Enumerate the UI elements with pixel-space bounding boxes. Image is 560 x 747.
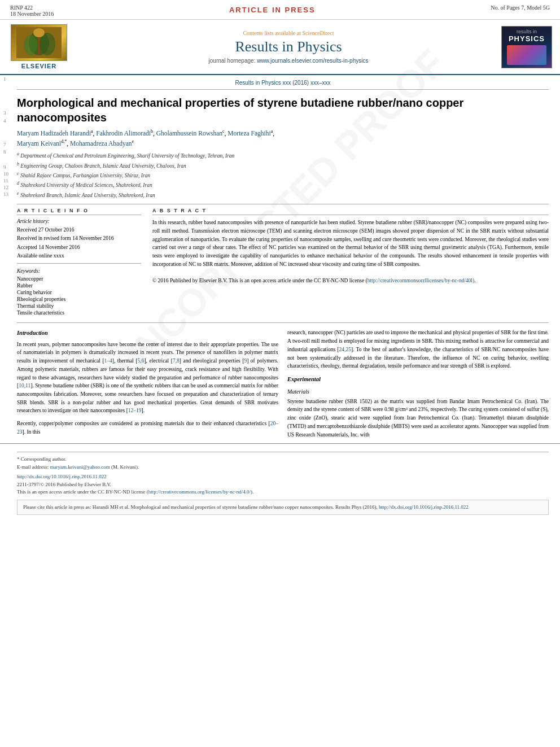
elsevier-brand-text: ELSEVIER: [21, 63, 56, 69]
affiliations: a Department of Chemical and Petroleum E…: [17, 151, 549, 199]
line-num-3: 3: [3, 110, 6, 116]
ref-5-6[interactable]: 5,6: [138, 358, 145, 364]
keyword-5: Thermal stability: [17, 303, 141, 309]
citation-text: Please cite this article in press as: Ha…: [23, 504, 379, 510]
elsevier-tree-logo: [11, 24, 67, 61]
line-num-4: 4: [3, 118, 6, 124]
citation-doi-link[interactable]: http://dx.doi.org/10.1016/j.rinp.2016.11…: [379, 504, 469, 510]
ref-24-25[interactable]: 24,25: [339, 347, 351, 352]
accepted-date: Accepted 14 November 2016: [17, 244, 141, 251]
footer: * Corresponding author. E-mail address: …: [0, 443, 560, 518]
author-4[interactable]: Morteza Faghihi: [228, 130, 270, 137]
ref-10-11[interactable]: 10,11: [19, 383, 30, 388]
journal-header: ELSEVIER Contents lists available at Sci…: [0, 20, 560, 75]
keyword-3: Curing behavior: [17, 290, 141, 295]
article-id: RINP 422: [10, 5, 54, 11]
ref-20-23[interactable]: 20–23: [17, 421, 278, 435]
body-two-column: Introduction In recent years, polymer na…: [17, 329, 549, 439]
keyword-1: Nanocopper: [17, 276, 141, 282]
abstract-license-link[interactable]: http://creativecommonsorzllicenses/by-nc…: [368, 278, 474, 283]
author-5[interactable]: Maryam Keivani: [17, 140, 61, 147]
journal-title: Results in Physics: [76, 38, 501, 55]
article-info-column: A R T I C L E I N F O Article history: R…: [17, 208, 141, 317]
page-info: No. of Pages 7, Model 5G: [491, 5, 550, 11]
doi-top-link: Results in Physics xxx (2016) xxx–xxx: [17, 80, 549, 86]
line-num-1: 1: [3, 76, 6, 82]
line-num-12: 12: [3, 185, 8, 190]
author-2[interactable]: Fakhrodin Alimoradi: [96, 130, 151, 137]
keywords-label: Keywords:: [17, 268, 141, 274]
body-left-col: Introduction In recent years, polymer na…: [17, 329, 278, 439]
abstract-copyright: © 2016 Published by Elsevier B.V. This i…: [152, 278, 476, 283]
homepage-url[interactable]: www.journals.elsevier.com/results-in-phy…: [257, 58, 368, 64]
keyword-2: Rubber: [17, 283, 141, 289]
open-access-line: This is an open access article under the…: [17, 488, 549, 496]
email-person: (M. Keivani).: [111, 464, 139, 470]
keyword-6: Tensile characteristics: [17, 310, 141, 316]
svg-point-2: [24, 35, 37, 55]
abstract-column: A B S T R A C T In this research, rubber…: [152, 208, 549, 317]
elsevier-logo-area: ELSEVIER: [8, 24, 70, 69]
article-in-press-label: ARTICLE IN PRESS: [54, 5, 491, 14]
article-title: Morphological and mechanical properties …: [17, 95, 549, 125]
keyword-4: Rheological properties: [17, 296, 141, 302]
results-physics-link[interactable]: Results in Physics xxx (2016) xxx–xxx: [235, 80, 331, 86]
main-content: 1 Results in Physics xxx (2016) xxx–xxx …: [0, 75, 560, 443]
author-6[interactable]: Mohamadreza Abadyan: [70, 140, 132, 147]
affiliation-c: c Shahid Rajaee Campus, Farhangian Unive…: [17, 171, 549, 180]
science-direct-link: Contents lists available at ScienceDirec…: [76, 30, 501, 36]
line-num-13: 13: [3, 191, 8, 197]
ref-9[interactable]: 9: [244, 358, 247, 364]
line-num-9: 9: [3, 164, 6, 170]
issn-line: 2211-3797/© 2016 Published by Elsevier B…: [17, 481, 549, 489]
top-bar: RINP 422 18 November 2016 ARTICLE IN PRE…: [0, 0, 560, 20]
article-info-abstract-section: A R T I C L E I N F O Article history: R…: [17, 208, 549, 317]
doi-footer-link[interactable]: http://dx.doi.org/10.1016/j.rinp.2016.11…: [17, 474, 107, 479]
email-label: E-mail address:: [17, 464, 49, 470]
ref-1-4[interactable]: 1–4: [104, 358, 112, 364]
svg-point-5: [33, 28, 45, 37]
page: UNCORRECTED PROOF RINP 422 18 November 2…: [0, 0, 560, 747]
affiliation-e: e Shahrekord Branch, Islamic Azad Univer…: [17, 190, 549, 199]
science-direct-brand[interactable]: ScienceDirect: [302, 30, 334, 36]
line-num-8: 8: [3, 149, 6, 155]
abstract-text: In this research, rubber based nanocompo…: [152, 219, 549, 285]
citation-box: Please cite this article in press as: Ha…: [17, 500, 549, 516]
journal-center: Contents lists available at ScienceDirec…: [76, 30, 501, 64]
ref-12-19[interactable]: 12–19: [128, 408, 142, 413]
email-link[interactable]: maryam.keivani@yahoo.com: [50, 464, 110, 470]
available-online: Available online xxxx: [17, 252, 141, 260]
article-date: 18 November 2016: [10, 11, 54, 17]
received-date: Received 27 October 2016: [17, 226, 141, 234]
affiliation-b: b Engineering Group, Chaloos Branch, Isl…: [17, 161, 549, 170]
affiliation-a: a Department of Chemical and Petroleum E…: [17, 151, 549, 160]
right-para-1: research, nanocopper (NC) particles are …: [287, 329, 549, 370]
line-num-11: 11: [3, 178, 8, 184]
body-right-col: research, nanocopper (NC) particles are …: [287, 329, 549, 439]
open-access-link[interactable]: http://creativecommons.org/licenses/by-n…: [148, 489, 251, 495]
abstract-header: A B S T R A C T: [152, 208, 549, 215]
results-in-physics-logo: results in PHYSICS: [501, 26, 552, 68]
materials-title: Materials: [287, 387, 549, 396]
ref-7-8[interactable]: 7,8: [173, 358, 180, 364]
author-3[interactable]: Gholamhussein Rowshan: [156, 130, 222, 137]
authors-line: Maryam Hadizadeh Harandia, Fakhrodin Ali…: [17, 128, 549, 148]
intro-para-1: In recent years, polymer nanocomposites …: [17, 340, 278, 415]
introduction-title: Introduction: [17, 329, 278, 338]
line-num-10: 10: [3, 171, 8, 177]
affiliation-d: d Shahrekord University of Medical Scien…: [17, 180, 549, 189]
received-revised-date: Received in revised form 14 November 201…: [17, 235, 141, 242]
experimental-title: Experimental: [287, 375, 549, 384]
top-bar-left: RINP 422 18 November 2016: [10, 5, 54, 17]
email-line: E-mail address: maryam.keivani@yahoo.com…: [17, 464, 549, 471]
corresponding-note: * Corresponding author.: [17, 456, 549, 464]
history-label: Article history:: [17, 219, 141, 224]
article-info-header: A R T I C L E I N F O: [17, 208, 141, 215]
intro-para-2: Recently, copper/polymer composites are …: [17, 420, 278, 436]
materials-para: Styrene butadiene rubber (SBR 1502) as t…: [287, 397, 549, 439]
author-1[interactable]: Maryam Hadizadeh Harandi: [17, 130, 91, 137]
line-num-7: 7: [3, 142, 6, 147]
journal-homepage: journal homepage: www.journals.elsevier.…: [76, 58, 501, 64]
